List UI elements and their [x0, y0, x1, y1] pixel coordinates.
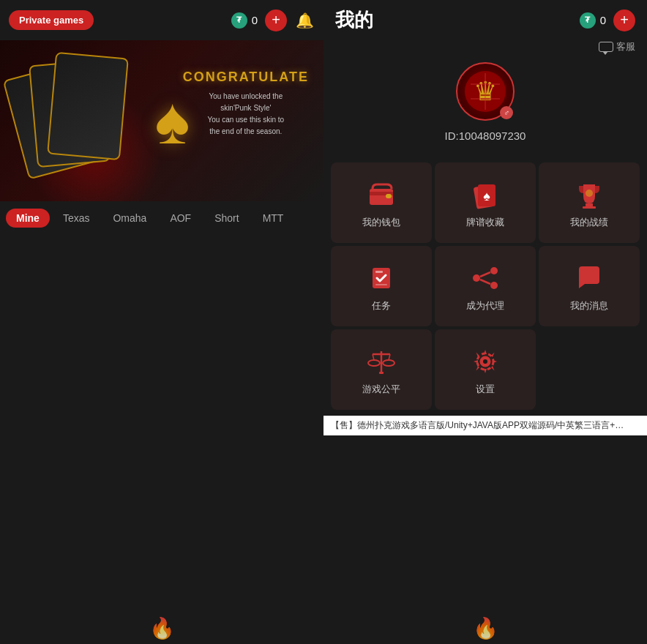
cards-label: 牌谱收藏: [466, 216, 504, 229]
settings-label: 设置: [476, 383, 495, 396]
right-header: 我的 ₮ 0 +: [324, 0, 647, 40]
tab-mtt[interactable]: MTT: [253, 209, 294, 228]
left-coin-display: ₮ 0: [231, 12, 258, 29]
left-bottom-decoration: 🔥: [0, 600, 324, 644]
private-games-button[interactable]: Private games: [9, 10, 94, 30]
fairness-label: 游戏公平: [362, 383, 400, 396]
wallet-icon: [366, 179, 397, 210]
svg-point-17: [490, 267, 498, 274]
wallet-label: 我的钱包: [362, 216, 400, 229]
svg-point-25: [383, 360, 394, 366]
tab-texas[interactable]: Texas: [53, 209, 100, 228]
right-panel-title: 我的: [335, 7, 373, 33]
tabs-row: Mine Texas Omaha AOF Short MTT: [0, 201, 324, 235]
task-icon: [366, 263, 397, 293]
customer-service-button[interactable]: 客服: [599, 40, 635, 53]
svg-rect-15: [375, 271, 383, 273]
menu-item-cards[interactable]: ♠ 牌谱收藏: [435, 162, 536, 243]
cards-icon: ♠: [470, 179, 501, 210]
svg-rect-7: [386, 194, 392, 198]
bell-icon[interactable]: 🔔: [294, 10, 315, 31]
left-header: Private games ₮ 0 + 🔔: [0, 0, 324, 40]
svg-point-24: [368, 360, 380, 366]
menu-item-task[interactable]: 任务: [331, 246, 432, 326]
tab-aof[interactable]: AOF: [160, 209, 201, 228]
tab-mine[interactable]: Mine: [6, 209, 50, 228]
right-header-controls: ₮ 0 +: [580, 10, 635, 31]
menu-item-settings[interactable]: 设置: [435, 329, 536, 410]
banner-sub-text: You have unlocked the skin'Punk Style' Y…: [183, 91, 309, 138]
flame-icon: 🔥: [149, 616, 175, 640]
customer-service-label: 客服: [616, 40, 635, 53]
left-content-area: [0, 235, 324, 600]
svg-point-18: [473, 274, 480, 282]
menu-item-fairness[interactable]: 游戏公平: [331, 329, 432, 410]
message-icon: [574, 263, 605, 293]
share-icon: [470, 263, 501, 293]
task-label: 任务: [372, 299, 391, 312]
right-flame-icon: 🔥: [473, 616, 498, 640]
svg-rect-11: [586, 203, 593, 206]
svg-text:♠: ♠: [483, 189, 490, 203]
tether-icon-right: ₮: [580, 12, 596, 29]
svg-line-21: [480, 280, 490, 284]
right-coin-display: ₮ 0: [580, 12, 606, 29]
card-3: [47, 52, 129, 160]
left-add-button[interactable]: +: [265, 10, 287, 31]
profile-area: ♛ ♂ ID:10048097230: [324, 40, 647, 157]
avatar-icon: ♛: [463, 70, 507, 113]
banner-cards: [15, 48, 132, 194]
banner-text-area: CONGRATULATE You have unlocked the skin'…: [183, 70, 309, 138]
balance-icon: [366, 346, 397, 377]
svg-point-19: [490, 282, 498, 289]
tether-icon-left: ₮: [231, 12, 247, 29]
message-label: 我的消息: [570, 299, 608, 312]
menu-item-wallet[interactable]: 我的钱包: [331, 162, 432, 243]
banner-area: ♠ CONGRATULATE You have unlocked the ski…: [0, 40, 324, 201]
user-id: ID:10048097230: [445, 130, 526, 142]
left-coin-amount: 0: [252, 14, 258, 26]
menu-grid: 我的钱包 ♠ 牌谱收藏: [324, 157, 647, 416]
left-panel: Private games ₮ 0 + 🔔 ♠ CONGRATULATE You…: [0, 0, 324, 644]
customer-service-icon: [599, 42, 613, 52]
agent-label: 成为代理: [466, 299, 504, 312]
congratulate-text: CONGRATULATE: [183, 70, 309, 85]
gender-badge: ♂: [500, 106, 513, 119]
svg-point-31: [483, 359, 487, 364]
tab-short[interactable]: Short: [204, 209, 249, 228]
trophy-label: 我的战绩: [570, 216, 608, 229]
svg-rect-28: [379, 372, 384, 374]
avatar-container: ♛ ♂: [456, 62, 515, 121]
trophy-icon: [574, 179, 605, 210]
right-add-button[interactable]: +: [613, 10, 635, 31]
menu-item-agent[interactable]: 成为代理: [435, 246, 536, 326]
svg-rect-12: [583, 206, 596, 209]
menu-item-trophy[interactable]: 我的战绩: [539, 162, 640, 243]
menu-item-message[interactable]: 我的消息: [539, 246, 640, 326]
tooltip-bar: 【售】德州扑克游戏多语言版/Unity+JAVA版APP双端源码/中英繁三语言+…: [324, 416, 647, 435]
svg-rect-16: [375, 284, 387, 285]
settings-icon: [470, 346, 501, 377]
right-bottom-decoration: 🔥: [324, 600, 647, 644]
svg-line-20: [480, 272, 490, 277]
svg-point-13: [586, 190, 593, 197]
tab-omaha[interactable]: Omaha: [102, 209, 157, 228]
right-coin-amount: 0: [600, 14, 606, 26]
right-panel: 我的 ₮ 0 + 客服 ♛ ♂: [324, 0, 647, 644]
